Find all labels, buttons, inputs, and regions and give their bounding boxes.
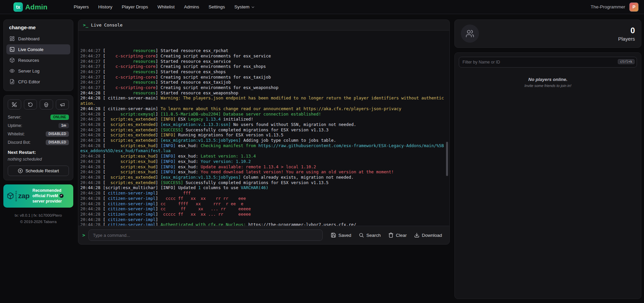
sidebar-item-server-log[interactable]: Server Log — [6, 66, 70, 76]
version-info: tx: v8.0.1 | fx: b17000/Ptero — [3, 212, 73, 219]
megaphone-icon — [60, 102, 65, 107]
status-rows: Server:ONLINEUptime:1mWhitelist:DISABLED… — [8, 113, 69, 146]
nav-item-history[interactable]: History — [93, 0, 117, 14]
txadmin-logo[interactable]: tx Admin — [13, 2, 47, 12]
console-line: 20:44:28 [ script:es_extended] [esx_migr… — [80, 175, 446, 180]
sidebar-item-dashboard[interactable]: Dashboard — [6, 34, 70, 44]
nav-item-player-drops[interactable]: Player Drops — [117, 0, 153, 14]
status-badge: DISABLED — [46, 131, 69, 137]
zap-hosting-ad[interactable]: HOSTING zap Recommended official FiveM ✔… — [3, 184, 73, 208]
file-edit-icon — [9, 79, 15, 84]
console-line: 20:44:28 [script:esx_multichar] [INFO] U… — [80, 185, 446, 190]
skull-icon — [44, 102, 49, 107]
console-line: 20:44:28 [ resources] Started resource e… — [80, 90, 446, 96]
console-title: Live Console — [91, 23, 123, 28]
console-line: 20:44:28 [ script:es_extended] [INFO] Ru… — [80, 132, 446, 138]
restart-icon — [28, 102, 33, 107]
nav-item-settings[interactable]: Settings — [204, 0, 230, 14]
console-line: 20:44:28 [ script:es_extended] [esx_migr… — [80, 122, 446, 127]
player-list-card: ctrl+k No players online. Invite some fr… — [454, 52, 641, 299]
sidebar-item-resources[interactable]: Resources — [6, 55, 70, 65]
console-line: 20:44:28 [ script:es_extended] [esx_migr… — [80, 138, 446, 143]
console-line: 20:44:28 [ script:esx_hud] [INFO] esx_hu… — [80, 143, 446, 154]
console-line: 20:44:28 [ script:esx_hud] [INFO] esx_hu… — [80, 164, 446, 170]
kill-server-button[interactable] — [40, 99, 53, 110]
terminal-prompt-icon: >_ — [83, 23, 88, 28]
server-menu-card: change-me DashboardLive ConsoleResources… — [3, 19, 73, 91]
command-input[interactable] — [88, 229, 322, 241]
avatar[interactable]: P — [629, 2, 639, 12]
phone-off-button[interactable] — [8, 99, 21, 110]
restart-server-button[interactable] — [24, 99, 37, 110]
console-line: 20:44:27 [ c-scripting-core] Creating sc… — [80, 75, 446, 80]
console-line: 20:44:28 [ citizen-server-main] To learn… — [80, 106, 446, 112]
empty-state: No players online. Invite some friends t… — [459, 77, 637, 88]
cube-icon — [7, 192, 14, 200]
package-icon — [9, 57, 15, 63]
console-line: 20:44:28 [ script:esx_hud] [INFO] esx_hu… — [80, 169, 446, 175]
console-header: >_ Live Console — [78, 20, 449, 31]
console-line: 20:44:28 [ script:es_extended] [SUCCESS]… — [80, 180, 446, 185]
saved-button[interactable]: Saved — [327, 230, 355, 240]
status-row-discord-bot: Discord Bot:DISABLED — [8, 138, 69, 146]
console-line: 20:44:28 [ script:es_extended] [SUCCESS]… — [80, 127, 446, 133]
player-filter-input[interactable] — [459, 57, 637, 68]
console-line: 20:44:27 [ resources] Started resource e… — [80, 80, 446, 85]
players-label: Players — [618, 36, 635, 42]
console-line: 20:44:28 [ citizen-server-impl] — [80, 217, 446, 222]
console-line: 20:44:27 [ c-scripting-core] Creating sc… — [80, 64, 446, 69]
chevron-down-icon — [251, 4, 255, 9]
live-console-card: >_ Live Console 20:44:27 [ resources] St… — [78, 19, 450, 245]
sidebar-item-live-console[interactable]: Live Console — [6, 44, 70, 54]
next-restart-label: Next Restart: — [8, 150, 69, 155]
nav-item-admins[interactable]: Admins — [179, 0, 204, 14]
sidebar-item-cfg-editor[interactable]: CFG Editor — [6, 77, 70, 87]
console-scrollbar — [446, 31, 449, 226]
console-line: 20:44:28 [ citizen-server-impl] cccc ff … — [80, 196, 446, 201]
clear-button[interactable]: Clear — [385, 230, 410, 240]
status-row-uptime: Uptime:1m — [8, 121, 69, 130]
txadmin-logo-text: Admin — [25, 3, 47, 11]
username[interactable]: The-Programmer — [591, 4, 625, 9]
announcement-button[interactable] — [56, 99, 69, 110]
console-scrollbar-thumb[interactable] — [446, 142, 448, 176]
console-line: 20:44:28 [ citizen-server-impl] fff — [80, 190, 446, 196]
dashboard-icon — [9, 36, 15, 41]
trash-icon — [388, 232, 394, 238]
search-button[interactable]: Search — [355, 230, 384, 240]
phone-off-icon — [12, 102, 17, 107]
save-icon — [331, 232, 336, 238]
page-content: change-me DashboardLive ConsoleResources… — [0, 14, 644, 303]
nav-items: PlayersHistoryPlayer DropsWhitelistAdmin… — [69, 0, 260, 14]
player-filter: ctrl+k — [459, 57, 637, 68]
console-line: 20:44:28 [ citizen-server-impl] cc ff xx… — [80, 206, 446, 212]
status-row-server: Server:ONLINE — [8, 113, 69, 121]
eye-icon — [9, 68, 15, 74]
players-count: 0 — [618, 26, 635, 35]
players-meta: 0 Players — [618, 26, 635, 42]
quick-actions — [8, 99, 69, 110]
console-line: 20:44:27 [ resources] Started resource e… — [80, 48, 446, 53]
search-icon — [359, 232, 364, 238]
console-line: 20:44:27 [ resources] Started resource e… — [80, 59, 446, 64]
nav-item-players[interactable]: Players — [69, 0, 93, 14]
command-prompt-icon: > — [82, 232, 85, 238]
download-button[interactable]: Download — [411, 230, 445, 240]
empty-state-title: No players online. — [459, 77, 637, 82]
console-line: 20:44:28 [ citizen-server-impl] cc ffff … — [80, 201, 446, 207]
ad-text: Recommended official FiveM ✔ server prov… — [33, 188, 64, 204]
nav-item-system[interactable]: System — [230, 0, 260, 14]
status-row-whitelist: Whitelist:DISABLED — [8, 130, 69, 138]
nav-item-whitelist[interactable]: Whitelist — [153, 0, 179, 14]
zap-hosting-logo: HOSTING zap — [7, 190, 30, 201]
console-line: 20:44:27 [ c-scripting-core] Creating sc… — [80, 53, 446, 59]
txadmin-logo-icon: tx — [13, 2, 23, 12]
schedule-restart-button[interactable]: Schedule Restart — [8, 166, 69, 176]
console-output[interactable]: 20:44:27 [ resources] Started resource e… — [78, 31, 449, 226]
console-line: 20:44:28 [ script:oxmysql] [11.8.5-Maria… — [80, 112, 446, 117]
console-line: 20:44:28 [ script:esx_hud] [INFO] esx_hu… — [80, 159, 446, 164]
nav-right: The-Programmer P — [591, 2, 639, 12]
server-name: change-me — [6, 24, 70, 34]
console-line: 20:44:28 [ citizen-server-main] Warning:… — [80, 95, 446, 106]
players-panel: 0 Players ctrl+k No players online. Invi… — [454, 19, 641, 303]
